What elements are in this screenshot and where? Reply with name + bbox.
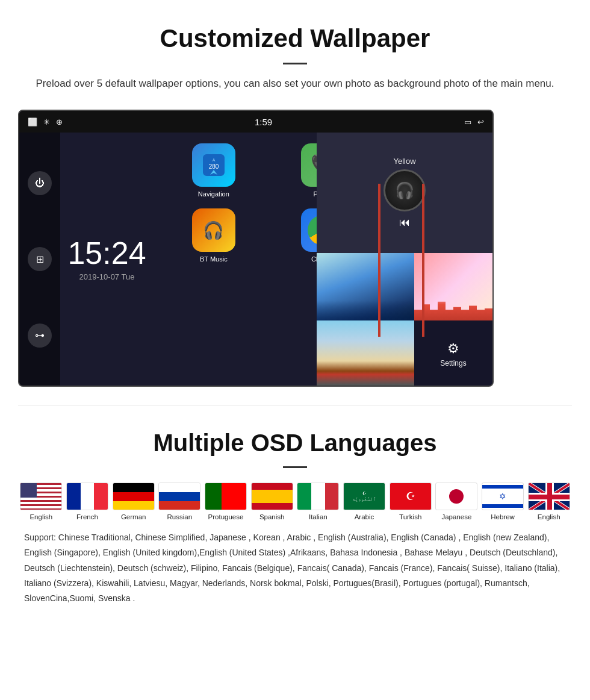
flag-ru bbox=[158, 483, 200, 510]
title-divider bbox=[283, 63, 307, 64]
flag-label-us: English bbox=[30, 513, 52, 520]
flag-ru-red bbox=[159, 501, 200, 510]
flag-us-canton bbox=[20, 483, 37, 498]
thumb-row-2: ⚙ Settings bbox=[317, 320, 492, 387]
home-icon: ⬜ bbox=[28, 117, 37, 127]
grid-icon[interactable]: ⊞ bbox=[28, 247, 52, 271]
svg-text:280: 280 bbox=[208, 163, 219, 170]
flag-jp bbox=[435, 483, 477, 510]
wallpaper-description: Preload over 5 default wallpaper options… bbox=[24, 75, 566, 92]
flag-il-stripe-top bbox=[482, 485, 523, 489]
flag-label-fr: French bbox=[76, 513, 98, 520]
flag-it bbox=[297, 483, 339, 510]
flag-label-de: German bbox=[121, 513, 146, 520]
nav-app[interactable]: 280 A Navigation bbox=[160, 139, 268, 202]
flag-label-uk: English bbox=[538, 513, 560, 520]
flag-item-es: Spanish bbox=[249, 483, 295, 520]
btmusic-label: BT Music bbox=[200, 255, 228, 263]
flag-label-jp: Japanese bbox=[441, 513, 471, 520]
flags-row: English French German bbox=[18, 483, 572, 520]
flag-item-fr: French bbox=[64, 483, 111, 520]
flag-il-star: ✡ bbox=[499, 490, 506, 502]
nav-icon: 280 A bbox=[192, 143, 235, 187]
media-overlay: Yellow 🎧 ⏮ bbox=[317, 133, 492, 387]
power-icon[interactable]: ⏻ bbox=[28, 171, 52, 195]
flag-item-de: German bbox=[110, 483, 157, 520]
flag-item-il: ✡ Hebrew bbox=[480, 483, 526, 520]
clock-time: 15:24 bbox=[67, 237, 146, 269]
flag-fr-white bbox=[81, 483, 95, 510]
sliders-icon[interactable]: ⊶ bbox=[28, 323, 52, 348]
flag-item-it: Italian bbox=[295, 483, 341, 520]
wallpaper-title: Customized Wallpaper bbox=[18, 24, 572, 53]
flag-item-us: English bbox=[18, 483, 64, 520]
flag-il: ✡ bbox=[482, 483, 524, 510]
svg-rect-12 bbox=[529, 495, 570, 499]
flag-us bbox=[20, 483, 62, 510]
android-screen: ⬜ ✳ ⊕ 1:59 ▭ ↩ ⏻ ⊞ ⊶ bbox=[18, 110, 494, 387]
flag-il-stripe-bottom bbox=[482, 504, 523, 508]
flag-fr-blue bbox=[67, 483, 81, 510]
flag-us-stripes bbox=[20, 483, 61, 510]
brightness-icon: ✳ bbox=[43, 117, 50, 127]
flag-es-red2 bbox=[252, 503, 293, 510]
flag-de bbox=[113, 483, 155, 510]
flag-fr-red bbox=[94, 483, 108, 510]
flag-label-sa: Arabic bbox=[355, 513, 374, 520]
flag-item-pt: Protuguese bbox=[203, 483, 249, 520]
window-icon: ▭ bbox=[464, 117, 471, 127]
flag-ru-white bbox=[159, 483, 200, 492]
flag-label-es: Spanish bbox=[259, 513, 285, 520]
languages-title-divider bbox=[283, 466, 307, 468]
svg-text:A: A bbox=[212, 158, 215, 162]
flag-label-it: Italian bbox=[309, 513, 328, 520]
flag-es-yellow bbox=[252, 490, 293, 503]
flag-de-gold bbox=[113, 501, 154, 510]
flag-pt bbox=[205, 483, 247, 510]
flag-label-il: Hebrew bbox=[491, 513, 515, 520]
clock-area: 15:24 2019-10-07 Tue bbox=[60, 133, 154, 386]
flag-tr: ☪ bbox=[390, 483, 432, 510]
status-left: ⬜ ✳ ⊕ bbox=[28, 117, 63, 127]
flag-sa-text: ☪ٱلسُّعُودِيَّة bbox=[352, 491, 376, 502]
flag-es bbox=[251, 483, 293, 510]
clock-date: 2019-10-07 Tue bbox=[79, 272, 135, 281]
flag-pt-red bbox=[222, 483, 246, 510]
flag-es-red1 bbox=[252, 483, 293, 490]
support-text: Support: Chinese Traditional, Chinese Si… bbox=[18, 530, 572, 606]
languages-title: Multiple OSD Languages bbox=[18, 430, 572, 457]
nav-label: Navigation bbox=[198, 190, 229, 198]
flag-label-pt: Protuguese bbox=[208, 513, 244, 520]
btmusic-icon: 🎧 bbox=[192, 208, 235, 252]
btmusic-app[interactable]: 🎧 BT Music bbox=[160, 204, 268, 267]
flag-item-tr: ☪ Turkish bbox=[387, 483, 433, 520]
flag-de-black bbox=[113, 483, 154, 492]
languages-section: Multiple OSD Languages English French bbox=[0, 405, 590, 618]
flag-pt-green bbox=[205, 483, 222, 510]
wallpaper-section: Customized Wallpaper Preload over 5 defa… bbox=[0, 0, 590, 405]
flag-de-red bbox=[113, 492, 154, 501]
flag-label-tr: Turkish bbox=[399, 513, 421, 520]
status-time: 1:59 bbox=[255, 117, 272, 127]
flag-item-sa: ☪ٱلسُّعُودِيَّة Arabic bbox=[341, 483, 388, 520]
flag-uk-svg bbox=[529, 483, 570, 510]
flag-sa: ☪ٱلسُّعُودِيَّة bbox=[343, 483, 385, 510]
flag-label-ru: Russian bbox=[167, 513, 193, 520]
flag-tr-symbols: ☪ bbox=[406, 490, 415, 503]
flag-jp-circle bbox=[449, 489, 464, 504]
flag-item-uk: English bbox=[526, 483, 572, 520]
device-mockup: ⬜ ✳ ⊕ 1:59 ▭ ↩ ⏻ ⊞ ⊶ bbox=[18, 110, 572, 387]
flag-it-red bbox=[325, 483, 339, 510]
flag-item-ru: Russian bbox=[157, 483, 203, 520]
flag-uk bbox=[528, 483, 570, 510]
back-icon: ↩ bbox=[477, 117, 484, 127]
flag-it-white bbox=[311, 483, 325, 510]
left-sidebar: ⏻ ⊞ ⊶ bbox=[19, 133, 60, 386]
flag-item-jp: Japanese bbox=[433, 483, 480, 520]
wp-bridge-thumb[interactable] bbox=[317, 320, 414, 387]
flag-ru-blue bbox=[159, 492, 200, 501]
status-bar: ⬜ ✳ ⊕ 1:59 ▭ ↩ bbox=[19, 111, 492, 133]
flag-it-green bbox=[297, 483, 311, 510]
wallpaper-thumbnails: ⚙ Settings bbox=[317, 253, 492, 387]
flag-fr bbox=[66, 483, 108, 510]
